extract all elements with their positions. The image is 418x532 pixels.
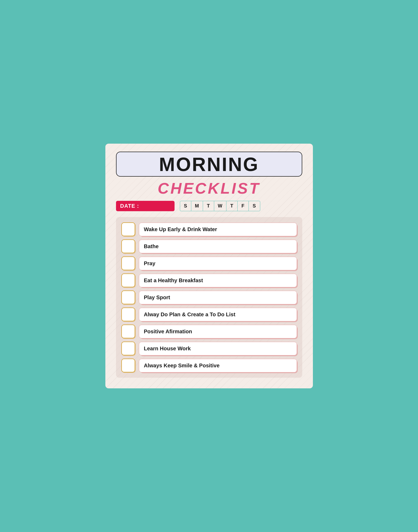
item-label: Play Sport [139, 291, 297, 304]
item-label: Alway Do Plan & Create a To Do List [139, 308, 297, 321]
list-item: Eat a Healthy Breakfast [121, 273, 297, 287]
date-label: DATE : [116, 201, 175, 211]
list-item: Wake Up Early & Drink Water [121, 222, 297, 236]
checkbox[interactable] [121, 359, 135, 372]
date-row: DATE : SMTWTFS [116, 201, 302, 211]
item-label: Eat a Healthy Breakfast [139, 274, 297, 287]
checkbox[interactable] [121, 222, 135, 236]
list-item: Always Keep Smile & Positive [121, 359, 297, 372]
days-grid: SMTWTFS [180, 201, 260, 211]
day-cell: F [238, 201, 249, 211]
item-label: Positive Afirmation [139, 325, 297, 338]
day-cell: S [249, 201, 260, 211]
item-label: Always Keep Smile & Positive [139, 359, 297, 372]
list-item: Learn House Work [121, 342, 297, 355]
list-item: Positive Afirmation [121, 325, 297, 338]
list-item: Pray [121, 256, 297, 270]
checkbox[interactable] [121, 342, 135, 355]
day-cell: W [214, 201, 226, 211]
checklist-title: CHECKLIST [116, 179, 302, 197]
item-label: Bathe [139, 240, 297, 253]
checkbox[interactable] [121, 239, 135, 253]
item-label: Pray [139, 257, 297, 270]
list-item: Bathe [121, 239, 297, 253]
checkbox[interactable] [121, 307, 135, 321]
day-cell: T [203, 201, 214, 211]
checkbox[interactable] [121, 273, 135, 287]
item-label: Learn House Work [139, 342, 297, 355]
day-cell: S [180, 201, 191, 211]
day-cell: M [191, 201, 203, 211]
item-label: Wake Up Early & Drink Water [139, 223, 297, 236]
list-item: Alway Do Plan & Create a To Do List [121, 307, 297, 321]
checklist-header: CHECKLIST [116, 178, 302, 201]
checkbox[interactable] [121, 325, 135, 338]
morning-header-box: MORNING [116, 152, 302, 177]
morning-title: MORNING [122, 155, 296, 174]
checklist-area: Wake Up Early & Drink WaterBathePrayEat … [116, 217, 302, 378]
page: MORNING CHECKLIST DATE : SMTWTFS Wake Up… [105, 144, 313, 388]
checkbox[interactable] [121, 290, 135, 304]
list-item: Play Sport [121, 290, 297, 304]
checkbox[interactable] [121, 256, 135, 270]
day-cell: T [226, 201, 238, 211]
content: MORNING CHECKLIST DATE : SMTWTFS Wake Up… [116, 152, 302, 378]
